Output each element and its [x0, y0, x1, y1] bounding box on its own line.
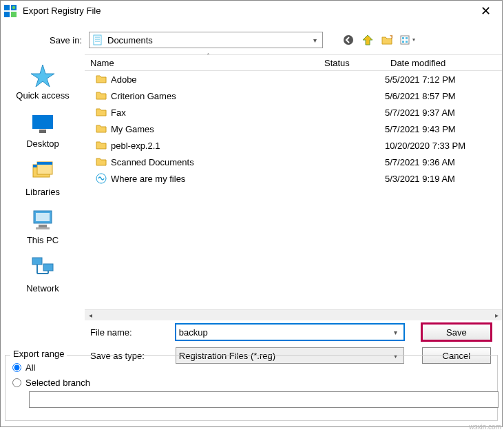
file-date: 5/7/2021 9:36 AM	[385, 157, 502, 167]
file-name: Criterion Games	[111, 91, 176, 101]
svg-rect-2	[4, 12, 10, 17]
file-name: Fax	[111, 107, 126, 118]
folder-icon	[96, 140, 107, 151]
save-button[interactable]: Save	[422, 324, 491, 340]
filename-input[interactable]	[179, 327, 391, 338]
horizontal-scrollbar[interactable]: ◂ ▸	[85, 309, 502, 320]
svg-rect-25	[36, 227, 50, 229]
registry-icon	[3, 4, 17, 18]
quick-access-icon	[30, 63, 55, 88]
scroll-left-icon[interactable]: ◂	[85, 311, 96, 319]
column-date[interactable]: Date modified	[385, 55, 502, 70]
file-row[interactable]: Adobe5/5/2021 7:12 PM	[85, 71, 502, 88]
dialog-window: Export Registry File ✕ Save in: Document…	[0, 0, 503, 427]
svg-rect-21	[37, 162, 52, 165]
radio-all-label: All	[25, 362, 35, 373]
chevron-down-icon[interactable]: ▾	[391, 329, 401, 336]
svg-rect-15	[406, 41, 408, 43]
body: Quick access Desktop Libraries	[1, 52, 502, 320]
file-date: 5/6/2021 8:57 PM	[385, 91, 502, 101]
radio-selected-row[interactable]: Selected branch	[12, 375, 490, 390]
filename-row: File name: ▾ Save	[1, 320, 502, 344]
recent-icon[interactable]	[360, 32, 375, 48]
desktop-icon	[30, 111, 55, 136]
views-icon[interactable]	[399, 32, 419, 48]
svg-rect-3	[11, 12, 17, 17]
radio-all[interactable]	[12, 363, 21, 372]
file-row[interactable]: pebl-exp.2.110/20/2020 7:33 PM	[85, 137, 502, 154]
file-name: Adobe	[111, 74, 137, 85]
file-name: My Games	[111, 124, 154, 134]
file-date: 5/7/2021 9:43 PM	[385, 124, 502, 134]
branch-input[interactable]	[29, 391, 498, 408]
svg-rect-14	[402, 41, 404, 43]
file-list: ˆ Name Status Date modified Adobe5/5/202…	[85, 52, 502, 320]
file-name: Scanned Documents	[111, 157, 194, 167]
file-date: 5/7/2021 9:37 AM	[385, 107, 502, 118]
network-icon	[30, 256, 55, 280]
folder-icon	[96, 107, 107, 118]
svg-rect-0	[4, 5, 10, 10]
svg-rect-5	[94, 35, 101, 45]
svg-rect-26	[32, 258, 42, 265]
svg-rect-13	[406, 37, 408, 39]
file-row[interactable]: Fax5/7/2021 9:37 AM	[85, 104, 502, 121]
places-bar: Quick access Desktop Libraries	[1, 52, 85, 320]
svg-rect-12	[402, 37, 404, 39]
libraries-icon	[30, 159, 55, 184]
file-name: Where are my files	[111, 174, 185, 184]
save-in-row: Save in: Documents ▾ ★	[1, 28, 502, 52]
chevron-down-icon: ▾	[310, 37, 319, 44]
place-network[interactable]: Network	[1, 250, 85, 298]
radio-selected-branch[interactable]	[12, 378, 21, 387]
folder-icon	[96, 74, 107, 85]
file-name: pebl-exp.2.1	[111, 141, 160, 151]
file-row[interactable]: Criterion Games5/6/2021 8:57 PM	[85, 88, 502, 104]
link-icon	[96, 173, 107, 184]
place-label: Desktop	[26, 138, 59, 149]
new-folder-icon[interactable]: ★	[379, 32, 395, 48]
window-title: Export Registry File	[23, 6, 472, 16]
svg-rect-24	[39, 225, 47, 227]
place-desktop[interactable]: Desktop	[1, 105, 85, 154]
save-in-value: Documents	[107, 35, 310, 45]
place-this-pc[interactable]: This PC	[1, 202, 85, 250]
place-label: Network	[26, 283, 59, 294]
save-in-select[interactable]: Documents ▾	[89, 32, 323, 48]
radio-all-row[interactable]: All	[12, 360, 490, 375]
place-libraries[interactable]: Libraries	[1, 154, 85, 202]
export-range-group: Export range All Selected branch	[5, 355, 498, 421]
export-range-legend: Export range	[10, 349, 67, 359]
folder-icon	[96, 90, 107, 101]
filename-input-wrap[interactable]: ▾	[176, 324, 404, 340]
sort-indicator-icon: ˆ	[207, 52, 209, 59]
column-name[interactable]: Name	[85, 55, 319, 70]
file-row[interactable]: Scanned Documents5/7/2021 9:36 AM	[85, 154, 502, 170]
svg-text:★: ★	[389, 34, 392, 41]
folder-icon	[96, 156, 107, 167]
save-in-label: Save in:	[1, 35, 89, 45]
toolbar: ★	[341, 32, 419, 48]
close-button[interactable]: ✕	[472, 1, 499, 21]
file-date: 5/3/2021 9:19 AM	[385, 174, 502, 184]
this-pc-icon	[30, 207, 55, 232]
file-row[interactable]: My Games5/7/2021 9:43 PM	[85, 121, 502, 137]
column-status[interactable]: Status	[319, 55, 385, 70]
place-label: This PC	[27, 235, 59, 245]
documents-icon	[92, 34, 103, 45]
radio-selected-label: Selected branch	[25, 378, 90, 388]
titlebar: Export Registry File ✕	[1, 1, 502, 21]
file-row[interactable]: Where are my files5/3/2021 9:19 AM	[85, 170, 502, 187]
place-label: Quick access	[16, 90, 69, 101]
file-rows: Adobe5/5/2021 7:12 PMCriterion Games5/6/…	[85, 71, 502, 309]
svg-point-4	[12, 6, 15, 8]
scroll-right-icon[interactable]: ▸	[491, 311, 502, 319]
filename-label: File name:	[1, 327, 176, 338]
place-label: Libraries	[25, 187, 60, 197]
svg-rect-17	[39, 130, 46, 133]
back-icon[interactable]	[341, 32, 356, 48]
place-quick-access[interactable]: Quick access	[1, 57, 85, 105]
watermark: wsxin.com	[469, 423, 501, 431]
file-date: 5/5/2021 7:12 PM	[385, 74, 502, 85]
folder-icon	[96, 123, 107, 134]
